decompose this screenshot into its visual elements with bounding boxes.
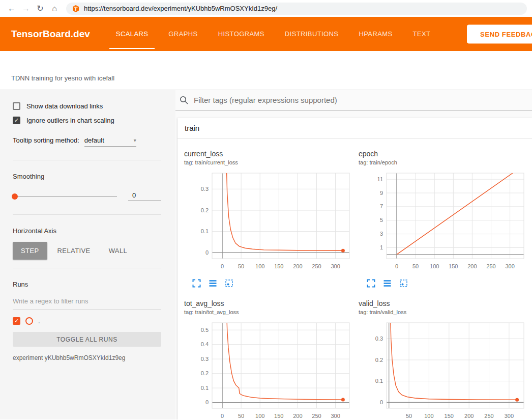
svg-text:0.1: 0.1: [375, 378, 383, 384]
chart-card-valid_loss: valid_losstag: train/valid_loss00.10.20.…: [359, 299, 529, 419]
tab-histograms[interactable]: HISTOGRAMS: [216, 17, 267, 51]
svg-text:9: 9: [380, 190, 383, 196]
svg-text:150: 150: [445, 413, 454, 419]
runs-filter-input[interactable]: [13, 297, 161, 310]
expand-chart-icon[interactable]: [192, 278, 201, 288]
horizontal-axis-label: Horizontal Axis: [13, 227, 161, 235]
home-icon[interactable]: ⌂: [48, 4, 61, 13]
axis-button-step[interactable]: STEP: [13, 242, 47, 260]
tooltip-sorting-label: Tooltip sorting method:: [13, 136, 79, 144]
svg-text:0.1: 0.1: [201, 228, 209, 234]
expand-chart-icon[interactable]: [366, 278, 376, 288]
fit-domain-icon[interactable]: [224, 278, 234, 288]
tab-hparams[interactable]: HPARAMS: [356, 17, 395, 51]
tab-distributions[interactable]: DISTRIBUTIONS: [282, 17, 341, 51]
tensorboard-logo[interactable]: TensorBoard.dev: [11, 29, 90, 40]
svg-text:50: 50: [406, 413, 412, 419]
chart-plot[interactable]: 00.10.20.3050100150200250300: [184, 170, 354, 272]
run-name: .: [38, 317, 40, 325]
page: ← → ↻ ⌂ https://tensorboard.dev/experime…: [0, 0, 532, 420]
svg-text:0.2: 0.2: [375, 357, 383, 363]
settings-sidebar: Show data download links ✓ Ignore outlie…: [0, 90, 175, 419]
svg-text:0.4: 0.4: [201, 341, 209, 347]
chart-plot[interactable]: 1357911050100150200250300: [359, 170, 529, 272]
svg-text:0: 0: [205, 399, 209, 405]
chart-tag: tag: train/current_loss: [184, 159, 354, 165]
svg-text:0.3: 0.3: [375, 335, 383, 342]
svg-text:50: 50: [412, 263, 419, 269]
svg-text:0: 0: [221, 263, 224, 269]
chart-card-tot_avg_loss: tot_avg_losstag: train/tot_avg_loss00.10…: [184, 299, 354, 419]
svg-text:100: 100: [255, 263, 264, 269]
experiment-title: TDNN training for yesno with icefall: [11, 74, 114, 82]
fit-domain-icon[interactable]: [399, 278, 408, 288]
ignore-outliers-label: Ignore outliers in chart scaling: [26, 117, 114, 124]
chart-card-epoch: epochtag: train/epoch1357911050100150200…: [359, 150, 529, 288]
svg-text:150: 150: [449, 263, 458, 269]
chart-title: valid_loss: [359, 299, 529, 307]
divider: [13, 214, 161, 215]
chart-card-current_loss: current_losstag: train/current_loss00.10…: [184, 150, 354, 288]
ignore-outliers-row[interactable]: ✓ Ignore outliers in chart scaling: [13, 117, 161, 124]
tab-graphs[interactable]: GRAPHS: [166, 17, 200, 51]
back-icon[interactable]: ←: [5, 4, 18, 13]
svg-text:150: 150: [274, 413, 283, 419]
svg-text:250: 250: [312, 263, 321, 269]
chart-title: tot_avg_loss: [184, 299, 354, 307]
run-row[interactable]: ✓ .: [13, 317, 161, 325]
chart-plot[interactable]: 00.10.20.350100150200250300: [359, 320, 529, 419]
tooltip-sorting-value: default: [84, 136, 104, 144]
search-icon: [180, 96, 188, 104]
app-header: TensorBoard.dev SCALARSGRAPHSHISTOGRAMSD…: [0, 17, 532, 51]
chart-plot-wrap: 00.10.20.3050100150200250300: [184, 170, 354, 274]
show-download-links-row[interactable]: Show data download links: [13, 102, 161, 110]
send-feedback-button[interactable]: SEND FEEDBACK: [467, 24, 532, 43]
show-download-links-label: Show data download links: [26, 102, 103, 110]
charts-grid: current_losstag: train/current_loss00.10…: [178, 138, 532, 419]
svg-text:50: 50: [238, 263, 244, 269]
nav-tabs: SCALARSGRAPHSHISTOGRAMSDISTRIBUTIONSHPAR…: [113, 17, 449, 51]
runs-selector-icon[interactable]: [382, 278, 392, 288]
address-bar[interactable]: https://tensorboard.dev/experiment/yKUbh…: [66, 3, 527, 15]
svg-text:100: 100: [430, 263, 439, 269]
chart-title: epoch: [359, 150, 529, 158]
svg-text:0.3: 0.3: [201, 186, 209, 192]
svg-text:0.2: 0.2: [201, 370, 209, 376]
axis-button-wall[interactable]: WALL: [101, 242, 136, 260]
svg-text:250: 250: [484, 413, 493, 419]
show-download-links-checkbox[interactable]: [13, 102, 20, 110]
train-section-header[interactable]: train: [178, 118, 532, 138]
main-panel: train current_losstag: train/current_los…: [175, 90, 532, 419]
svg-text:150: 150: [274, 263, 283, 269]
run-checkbox[interactable]: ✓: [13, 317, 20, 325]
svg-text:7: 7: [380, 203, 383, 209]
svg-text:3: 3: [380, 231, 383, 237]
runs-selector-icon[interactable]: [208, 278, 218, 288]
chart-plot-wrap: 1357911050100150200250300: [359, 170, 529, 274]
smoothing-slider[interactable]: [13, 196, 117, 197]
tab-text[interactable]: TEXT: [410, 17, 433, 51]
reload-icon[interactable]: ↻: [34, 4, 47, 13]
tensorboard-favicon: [72, 5, 79, 12]
svg-text:0.5: 0.5: [201, 327, 209, 333]
svg-text:250: 250: [312, 413, 321, 419]
ignore-outliers-checkbox[interactable]: ✓: [13, 117, 20, 124]
svg-text:11: 11: [377, 176, 383, 182]
toggle-all-runs-button[interactable]: TOGGLE ALL RUNS: [13, 332, 161, 347]
axis-button-relative[interactable]: RELATIVE: [49, 242, 99, 260]
tab-scalars[interactable]: SCALARS: [113, 17, 151, 51]
train-card: train current_losstag: train/current_los…: [178, 118, 532, 419]
smoothing-value-input[interactable]: 0: [128, 191, 161, 201]
svg-text:200: 200: [293, 413, 302, 419]
svg-text:250: 250: [486, 263, 495, 269]
divider: [13, 268, 161, 268]
chart-toolbar: [359, 278, 529, 288]
smoothing-slider-thumb[interactable]: [12, 193, 18, 200]
svg-text:0: 0: [221, 413, 224, 419]
forward-icon[interactable]: →: [19, 4, 33, 13]
tooltip-sorting-dropdown[interactable]: default ▾: [84, 136, 136, 147]
svg-text:50: 50: [238, 413, 244, 419]
svg-text:5: 5: [380, 217, 383, 223]
tag-filter-input[interactable]: [193, 95, 532, 105]
chart-plot[interactable]: 00.10.20.30.40.5050100150200250300: [184, 320, 354, 419]
